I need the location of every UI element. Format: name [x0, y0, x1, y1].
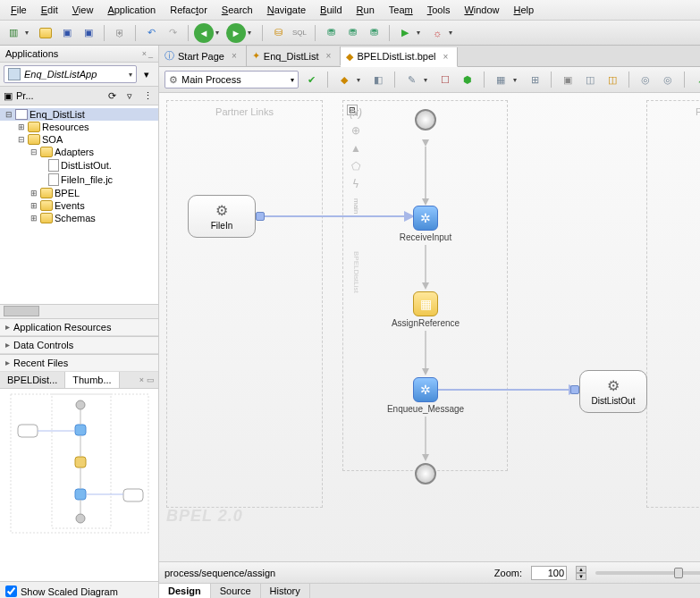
menu-team[interactable]: Team — [382, 2, 420, 18]
db-icon-3[interactable]: ⛃ — [364, 23, 384, 43]
zoom-spinner[interactable]: ▲▼ — [576, 566, 586, 580]
thumb-tab-bpel[interactable]: BPELDist... — [0, 372, 65, 388]
ed-tool-4[interactable]: ☐ — [435, 70, 455, 89]
new-button[interactable]: ▥ — [4, 23, 23, 43]
ed-tool-3-dd[interactable]: ▾ — [424, 76, 433, 84]
proj-collapse-icon[interactable]: ▣ — [4, 90, 13, 102]
forward-dropdown[interactable]: ▾ — [248, 29, 257, 37]
projects-tab-label[interactable]: Pr... — [16, 90, 34, 101]
project-tree[interactable]: ⊟Enq_DistList ⊞Resources ⊟SOA ⊟Adapters … — [0, 105, 158, 304]
thumbnail-canvas[interactable] — [0, 389, 158, 582]
new-dropdown[interactable]: ▾ — [25, 29, 34, 37]
pal-event-icon[interactable]: ⬠ — [349, 159, 363, 173]
ed-tool-1-dd[interactable]: ▾ — [357, 76, 366, 84]
thumb-tab-thumbnail[interactable]: Thumb... — [65, 372, 119, 388]
slider-knob[interactable] — [674, 568, 683, 578]
tree-hscrollbar[interactable] — [0, 304, 158, 318]
back-dropdown[interactable]: ▾ — [215, 29, 224, 37]
proj-filter-icon[interactable]: ▿ — [122, 88, 137, 103]
open-button[interactable] — [36, 23, 55, 43]
view-tab-design[interactable]: Design — [159, 584, 211, 598]
panel-min-icon[interactable]: _ — [148, 49, 153, 58]
ed-tool-9[interactable]: ◫ — [580, 70, 600, 89]
menu-run[interactable]: Run — [350, 2, 382, 18]
menu-search[interactable]: Search — [215, 2, 260, 18]
proj-options-icon[interactable]: ⋮ — [140, 88, 155, 103]
ed-tool-2[interactable]: ◧ — [368, 70, 388, 89]
port-icon[interactable] — [256, 212, 265, 221]
menu-file[interactable]: File — [4, 2, 34, 18]
menu-tools[interactable]: Tools — [420, 2, 458, 18]
menu-help[interactable]: Help — [507, 2, 542, 18]
tab-start-page[interactable]: ⓘStart Page× — [159, 46, 247, 66]
db-icon-2[interactable]: ⛃ — [342, 23, 362, 43]
menu-build[interactable]: Build — [313, 2, 349, 18]
partner-distlistout[interactable]: ⚙ DistListOut — [579, 370, 647, 413]
section-app-resources[interactable]: ▸Application Resources — [0, 318, 158, 336]
ed-tool-6[interactable]: ▦ — [491, 70, 510, 89]
forward-button[interactable]: ► — [226, 23, 246, 43]
tab-close-icon[interactable]: × — [326, 51, 332, 61]
menu-window[interactable]: Window — [457, 2, 506, 18]
menu-view[interactable]: View — [65, 2, 101, 18]
view-tab-history[interactable]: History — [261, 584, 310, 598]
end-node[interactable] — [415, 463, 436, 484]
ed-tool-11[interactable]: ◎ — [636, 70, 655, 89]
pal-flash-icon[interactable]: ϟ — [349, 177, 363, 191]
tree-schemas[interactable]: ⊞Schemas — [0, 212, 158, 224]
activity-receive-input[interactable]: ✲ ReceiveInput — [390, 206, 461, 242]
tab-close-icon[interactable]: × — [443, 52, 448, 62]
partner-links-left[interactable]: Partner Links — [166, 100, 323, 508]
show-scaled-checkbox[interactable] — [5, 585, 17, 597]
redo-button[interactable]: ↷ — [163, 23, 182, 43]
db-icon-1[interactable]: ⛃ — [321, 23, 341, 43]
application-selector[interactable]: Enq_DistListApp ▾ — [4, 65, 137, 83]
menu-refactor[interactable]: Refactor — [163, 2, 215, 18]
partner-filein[interactable]: ⚙ FileIn — [188, 195, 256, 238]
ed-tool-7[interactable]: ⊞ — [525, 70, 544, 89]
ed-tool-13[interactable]: ↗ — [691, 70, 700, 89]
process-selector[interactable]: ⚙ Main Process ▾ — [164, 71, 299, 88]
thumb-menu-icon[interactable]: ▭ — [147, 375, 155, 384]
shield-icon[interactable]: ⛨ — [110, 23, 130, 43]
save-all-button[interactable]: ▣ — [79, 23, 98, 43]
tree-file-distlistout[interactable]: DistListOut. — [0, 158, 158, 173]
tree-events[interactable]: ⊞Events — [0, 199, 158, 212]
save-button[interactable]: ▣ — [57, 23, 77, 43]
pal-globe-icon[interactable]: ⊕ — [349, 123, 363, 138]
ed-tool-5[interactable]: ⬢ — [458, 70, 477, 89]
zoom-input[interactable] — [531, 566, 567, 580]
proj-refresh-icon[interactable]: ⟳ — [105, 88, 119, 103]
db-nav-icon[interactable]: ⛁ — [268, 23, 288, 43]
tab-close-icon[interactable]: × — [232, 51, 237, 61]
section-data-controls[interactable]: ▸Data Controls — [0, 336, 158, 354]
debug-button[interactable]: ☼ — [427, 23, 447, 43]
tree-bpel[interactable]: ⊞BPEL — [0, 187, 158, 199]
ed-tool-10[interactable]: ◫ — [603, 70, 622, 89]
view-tab-source[interactable]: Source — [211, 584, 261, 598]
scrollbar-thumb[interactable] — [4, 306, 39, 316]
panel-close-icon[interactable]: × — [142, 49, 147, 58]
undo-button[interactable]: ↶ — [141, 23, 161, 43]
app-menu-button[interactable]: ▾ — [139, 66, 155, 82]
debug-dropdown[interactable]: ▾ — [449, 29, 458, 37]
sql-icon[interactable]: SQL — [290, 23, 309, 43]
activity-enqueue-message[interactable]: ✲ Enqueue_Message — [381, 377, 470, 414]
tree-soa[interactable]: ⊟SOA — [0, 133, 158, 146]
section-recent-files[interactable]: ▸Recent Files — [0, 354, 158, 372]
bpel-canvas[interactable]: Partner Links Partner Links ⊟ (x) ⊕ ▲ ⬠ … — [159, 93, 700, 561]
ed-tool-12[interactable]: ◎ — [658, 70, 678, 89]
pal-warn-icon[interactable]: ▲ — [349, 141, 363, 156]
run-dropdown[interactable]: ▾ — [417, 29, 426, 37]
ed-tool-8[interactable]: ▣ — [558, 70, 578, 89]
tab-enq-distlist[interactable]: ✦Enq_DistList× — [247, 46, 342, 65]
ed-tool-1[interactable]: ◆ — [334, 70, 354, 89]
ed-tool-6-dd[interactable]: ▾ — [513, 76, 522, 84]
validate-icon[interactable]: ✔ — [301, 70, 321, 89]
back-button[interactable]: ◄ — [194, 23, 214, 43]
start-node[interactable] — [415, 109, 436, 131]
thumb-close-icon[interactable]: × — [139, 375, 144, 384]
tree-file-filein[interactable]: FileIn_file.jc — [0, 173, 158, 187]
tree-root[interactable]: ⊟Enq_DistList — [0, 108, 158, 121]
activity-assign-reference[interactable]: ▦ AssignReference — [384, 291, 467, 328]
